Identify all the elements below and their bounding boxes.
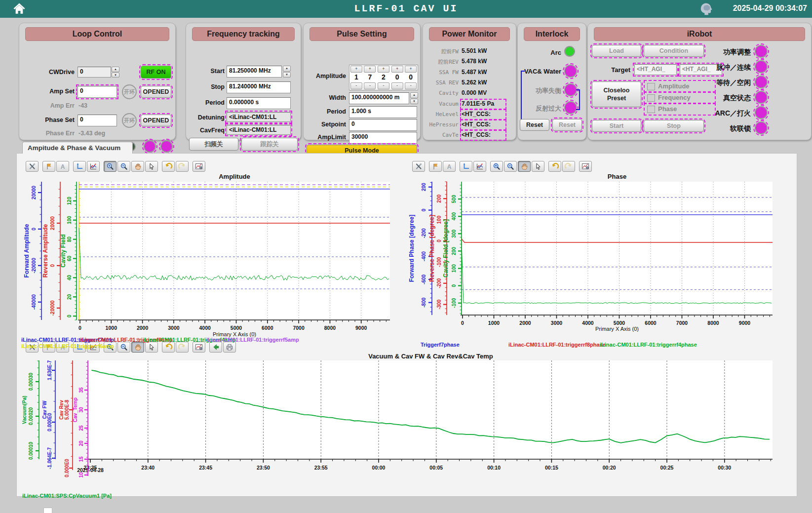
autoscale-button[interactable]: A	[443, 161, 456, 172]
save-snapshot-icon	[195, 343, 203, 351]
interlock-left-bracket-top	[521, 71, 525, 72]
phase-err-value: -3.43 deg	[78, 130, 105, 137]
digit-minus-button[interactable]: -	[364, 82, 376, 89]
cwdrive-spinner[interactable]: ▲ ▼	[112, 67, 119, 78]
zoom-out-button[interactable]	[117, 161, 130, 172]
phase-open-loop-button[interactable]: 开环	[122, 113, 137, 128]
digit-minus-button[interactable]: -	[378, 82, 389, 89]
svg-text:Forward Amplitude: Forward Amplitude	[23, 224, 30, 277]
power-row-value: 0.000 MV	[462, 89, 487, 96]
autoscale-button[interactable]: A	[56, 161, 69, 172]
svg-text:120: 120	[67, 197, 72, 205]
save-snapshot-button[interactable]	[193, 342, 205, 353]
spin-up-icon[interactable]: ▲	[112, 67, 119, 72]
spin-up-icon[interactable]: ▲	[410, 92, 418, 98]
freq-period-field[interactable]: 0.000000 s	[227, 97, 291, 109]
spin-down-icon[interactable]: ▼	[410, 99, 418, 105]
undo-button[interactable]	[162, 342, 175, 353]
svg-text:23:55: 23:55	[314, 465, 328, 471]
toggle-axes-button[interactable]	[73, 161, 86, 172]
vacuum-plot-svg[interactable]: Vacuum & Cav FW & Cav Rev&Cav Temp23:352…	[22, 354, 776, 483]
phase-set-input[interactable]: 0	[77, 115, 117, 126]
pulse-width-spinner[interactable]: ▲▼	[410, 92, 418, 104]
cwdrive-label: CWDrive	[23, 69, 75, 76]
digit-minus-button[interactable]: -	[350, 82, 362, 89]
svg-text:-100: -100	[451, 298, 457, 308]
pointer-button[interactable]	[145, 161, 158, 172]
digit-minus-button[interactable]: -	[391, 82, 403, 89]
tab-amplitude-phase-vacuum[interactable]: Ampitude & Phase & Vacuum	[22, 142, 133, 154]
freq-stop-field[interactable]: 81.240000 MHz	[227, 81, 291, 93]
freq-detuning-field[interactable]: <iLinac-CM01:LL	[227, 112, 291, 122]
spin-up-icon[interactable]: ▲	[283, 66, 291, 72]
irobot-start-button[interactable]: Start	[592, 120, 641, 132]
toggle-traces-button[interactable]	[473, 161, 486, 172]
irobot-closeloop-preset-button[interactable]: Closeloo Preset	[592, 81, 641, 107]
print-button[interactable]	[223, 342, 236, 353]
rf-on-button[interactable]: RF ON	[141, 66, 171, 79]
svg-text:5.000E-8: 5.000E-8	[64, 399, 70, 420]
pulse-setpoint-field[interactable]: 0	[349, 119, 417, 131]
interlock-reset-disabled-button[interactable]: Reset	[552, 119, 582, 131]
pulse-width-field[interactable]: 100.000000000 m	[349, 92, 409, 104]
digit-plus-button[interactable]: +	[364, 66, 376, 73]
amp-opened-button[interactable]: OPENED	[141, 86, 171, 98]
track-off-button[interactable]: 跟踪关	[241, 138, 298, 151]
undo-button[interactable]	[548, 161, 561, 172]
amplitude-chart[interactable]: Amplitude0100020003000400050006000700080…	[22, 174, 396, 340]
phase-opened-button[interactable]: OPENED	[141, 115, 171, 126]
svg-text:0.00010: 0.00010	[28, 441, 34, 460]
previous-view-button[interactable]	[209, 342, 222, 353]
redo-button[interactable]	[176, 161, 189, 172]
phase-chart[interactable]: Phase01000200030004000500060007000800090…	[409, 174, 775, 340]
zoom-out-button[interactable]	[504, 161, 517, 172]
toggle-axes-button[interactable]	[460, 161, 472, 172]
cwdrive-input[interactable]: 0	[77, 67, 111, 78]
configure-graph-button[interactable]	[412, 161, 425, 172]
vacuum-chart[interactable]: Vacuum & Cav FW & Cav Rev&Cav Temp23:352…	[22, 354, 776, 483]
amp-open-loop-button[interactable]: 开环	[122, 84, 137, 99]
annotate-button[interactable]	[429, 161, 442, 172]
digit-minus-button[interactable]: -	[405, 82, 417, 89]
spin-down-icon[interactable]: ▼	[112, 73, 119, 78]
pointer-button[interactable]	[145, 342, 158, 353]
irobot-status-label: 脉冲／连续	[662, 63, 751, 72]
pan-button[interactable]	[131, 161, 144, 172]
svg-text:Cavity Field: Cavity Field	[60, 234, 67, 267]
preset-indicator-box	[647, 83, 655, 90]
annotate-button[interactable]	[42, 161, 55, 172]
phase-plot-svg[interactable]: Phase01000200030004000500060007000800090…	[409, 174, 775, 340]
pan-button[interactable]	[518, 161, 531, 172]
amplitude-plot-svg[interactable]: Amplitude0100020003000400050006000700080…	[22, 174, 396, 340]
freq-cavfreq-field[interactable]: <iLinac-CM01:LL	[227, 125, 291, 135]
save-snapshot-button[interactable]	[193, 161, 205, 172]
freq-start-spinner[interactable]: ▲▼	[283, 66, 291, 78]
irobot-load-button[interactable]: Load	[592, 45, 641, 57]
digit-plus-button[interactable]: +	[350, 66, 362, 73]
toggle-traces-button[interactable]	[87, 161, 100, 172]
digit-plus-button[interactable]: +	[378, 66, 389, 73]
zoom-in-button[interactable]	[104, 161, 116, 172]
interlock-reset-button[interactable]: Reset	[520, 119, 549, 131]
pointer-button[interactable]	[532, 161, 544, 172]
save-snapshot-button[interactable]	[579, 161, 592, 172]
amp-set-input[interactable]: 0	[77, 86, 117, 98]
zoom-out-button[interactable]	[117, 342, 130, 353]
digit-plus-button[interactable]: +	[405, 66, 417, 73]
digit-value: 1	[350, 73, 363, 82]
freq-start-field[interactable]: 81.250000 MHz	[227, 66, 282, 78]
interlock-item-label: 功率失衡	[518, 86, 561, 95]
sweep-off-button[interactable]: 扫频关	[189, 138, 238, 151]
pulse-period-field[interactable]: 1.000 s	[349, 106, 417, 118]
pulse-amplimit-field[interactable]: 30000	[349, 132, 417, 144]
pan-button[interactable]	[131, 342, 144, 353]
legend-item: Triggerf7phase	[421, 342, 460, 348]
undo-button[interactable]	[162, 161, 175, 172]
zoom-in-button[interactable]	[490, 161, 503, 172]
digit-plus-button[interactable]: +	[391, 66, 403, 73]
configure-graph-button[interactable]	[26, 161, 39, 172]
redo-button[interactable]	[176, 342, 189, 353]
phase-err-label: Phase Err	[23, 130, 75, 137]
redo-button[interactable]	[562, 161, 575, 172]
spin-down-icon[interactable]: ▼	[283, 72, 291, 78]
